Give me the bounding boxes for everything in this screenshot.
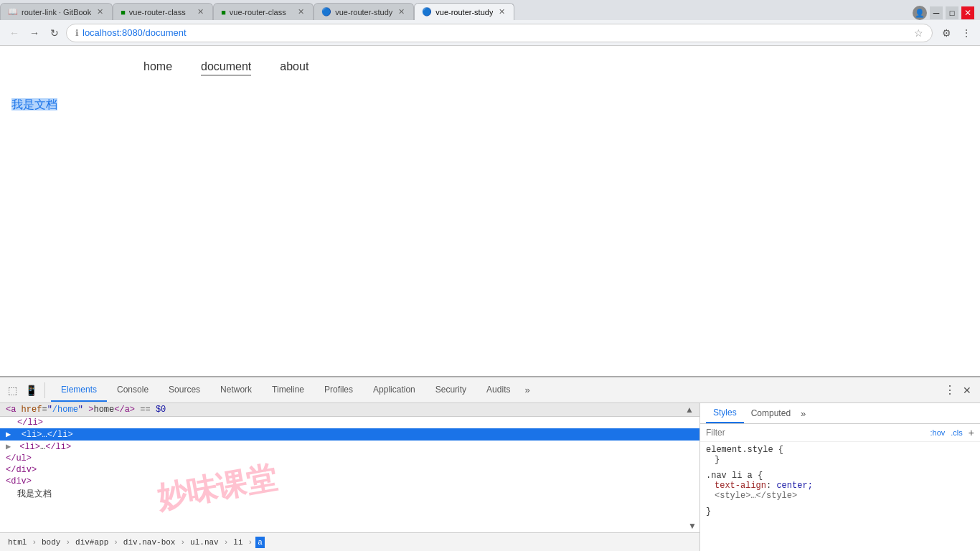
- nav-link-document[interactable]: document: [201, 60, 251, 76]
- devtools-tab-audits[interactable]: Audits: [476, 379, 520, 402]
- styles-content: element.style { } .nav li a { text-align…: [700, 442, 980, 551]
- style-closing-brace-2: }: [706, 507, 974, 517]
- styles-tab-bar: Styles Computed »: [700, 403, 980, 424]
- browser-nav-bar: ← → ↻ ℹ localhost:8080/document ☆ ⚙ ⋮: [0, 20, 980, 46]
- devtools-tab-security[interactable]: Security: [425, 379, 476, 402]
- breadcrumb-html[interactable]: html: [6, 537, 29, 548]
- tab-favicon: 🔵: [422, 7, 432, 17]
- devtools-more-tabs[interactable]: »: [520, 379, 534, 401]
- devtools-tab-console[interactable]: Console: [107, 379, 159, 402]
- close-window-button[interactable]: ✕: [961, 6, 974, 19]
- style-rule-element: element.style { }: [706, 445, 974, 465]
- restore-button[interactable]: □: [946, 6, 958, 19]
- page-navigation: home document about: [0, 46, 980, 90]
- breadcrumb-bar: html › body › div#app › div.nav-box › ul…: [0, 532, 699, 551]
- reload-button[interactable]: ↻: [46, 24, 63, 42]
- breadcrumb-body[interactable]: body: [39, 537, 62, 548]
- style-closing-brace: }: [706, 455, 974, 465]
- elements-scroll-up[interactable]: ▲: [685, 405, 694, 415]
- back-button[interactable]: ←: [6, 24, 23, 42]
- tab-close-btn[interactable]: ✕: [95, 7, 105, 17]
- devtools-close-icon[interactable]: ✕: [958, 382, 976, 399]
- styles-more-tabs[interactable]: »: [798, 404, 809, 423]
- menu-icon[interactable]: ⋮: [958, 25, 974, 41]
- style-selector: element.style {: [706, 445, 974, 455]
- cls-toggle[interactable]: .cls: [951, 428, 963, 437]
- elements-scroll-down[interactable]: ▼: [688, 521, 697, 531]
- minimize-button[interactable]: ─: [930, 6, 943, 19]
- styles-tab-computed[interactable]: Computed: [744, 404, 798, 423]
- elements-tree: </li> ▶ <li>…</li> ▶ <li>…</li> </ul> </…: [0, 417, 699, 532]
- selected-element-text: <a href="/home" >home</a> == $0: [6, 405, 166, 415]
- element-line[interactable]: ▶ <li>…</li>: [0, 441, 699, 453]
- browser-chrome: 📖 router-link · GitBook ✕ ■ vue-router-c…: [0, 0, 980, 46]
- styles-tab-styles[interactable]: Styles: [706, 403, 744, 423]
- element-line[interactable]: </div>: [0, 464, 699, 476]
- extensions-icon[interactable]: ⚙: [938, 25, 954, 41]
- styles-filter-input[interactable]: [706, 428, 925, 438]
- style-source-comment: <style>…</style>: [706, 491, 974, 501]
- breadcrumb-li[interactable]: li: [231, 537, 245, 548]
- style-rule-nav-li-a: .nav li a { text-align: center; <style>……: [706, 471, 974, 501]
- nav-link-about[interactable]: about: [280, 60, 308, 76]
- inspect-element-icon[interactable]: ⬚: [4, 382, 20, 398]
- tab-title: vue-router-class: [129, 8, 192, 17]
- devtools-tab-sources[interactable]: Sources: [159, 379, 210, 402]
- style-selector-nav: .nav li a {: [706, 471, 974, 481]
- tab-vue-router-study-2[interactable]: 🔵 vue-router-study ✕: [414, 3, 514, 20]
- breadcrumb-ul-nav[interactable]: ul.nav: [188, 537, 221, 548]
- breadcrumb-div-app[interactable]: div#app: [73, 537, 110, 548]
- element-line[interactable]: 我是文档: [0, 487, 699, 501]
- security-icon: ℹ: [75, 28, 79, 38]
- tab-vue-router-class-1[interactable]: ■ vue-router-class ✕: [113, 3, 213, 20]
- tab-close-btn[interactable]: ✕: [496, 7, 507, 17]
- devtools-tab-timeline[interactable]: Timeline: [262, 379, 314, 402]
- page-body: 我是文档: [0, 90, 980, 120]
- element-line[interactable]: <div>: [0, 476, 699, 487]
- url-text: localhost:8080/document: [83, 27, 914, 38]
- hov-toggle[interactable]: :hov: [930, 428, 946, 437]
- tab-favicon: ■: [121, 8, 126, 17]
- nav-link-home[interactable]: home: [143, 60, 172, 76]
- tab-vue-router-study-1[interactable]: 🔵 vue-router-study ✕: [314, 3, 414, 20]
- page-document-text: 我是文档: [11, 98, 57, 110]
- bookmark-icon[interactable]: ☆: [914, 27, 923, 39]
- tab-title: vue-router-class: [230, 8, 292, 17]
- style-prop-text-align: text-align: center;: [706, 481, 974, 491]
- browser-menu-icons: ⚙ ⋮: [938, 25, 974, 41]
- devtools-panel: ⬚ 📱 Elements Console Sources Network Tim…: [0, 376, 980, 551]
- breadcrumb-a[interactable]: a: [255, 537, 265, 548]
- tab-close-btn[interactable]: ✕: [195, 7, 205, 17]
- tab-title: vue-router-study: [435, 8, 493, 17]
- tab-vue-router-class-2[interactable]: ■ vue-router-class ✕: [213, 3, 314, 20]
- breadcrumb-div-nav-box[interactable]: div.nav-box: [121, 537, 178, 548]
- devtools-tab-network[interactable]: Network: [210, 379, 262, 402]
- devtools-tab-profiles[interactable]: Profiles: [314, 379, 363, 402]
- tab-title: vue-router-study: [335, 8, 392, 17]
- page-content: home document about 我是文档: [0, 46, 980, 376]
- element-line[interactable]: </li>: [0, 417, 699, 428]
- styles-filter-bar: :hov .cls +: [700, 424, 980, 442]
- address-bar[interactable]: ℹ localhost:8080/document ☆: [66, 24, 933, 42]
- devtools-settings-icon[interactable]: ⋮: [941, 382, 958, 399]
- profile-icon: 👤: [913, 6, 927, 20]
- elements-selected-element: <a href="/home" >home</a> == $0 ▲: [0, 403, 699, 417]
- devtools-tab-elements[interactable]: Elements: [51, 379, 107, 402]
- forward-button[interactable]: →: [26, 24, 43, 42]
- devtools-tab-bar: ⬚ 📱 Elements Console Sources Network Tim…: [0, 377, 980, 403]
- tab-close-btn[interactable]: ✕: [296, 7, 306, 17]
- tab-favicon: ■: [221, 8, 226, 17]
- tab-title: router-link · GitBook: [22, 8, 91, 17]
- elements-panel: <a href="/home" >home</a> == $0 ▲ </li> …: [0, 403, 700, 551]
- devtools-tab-application[interactable]: Application: [363, 379, 425, 402]
- element-line-selected[interactable]: ▶ <li>…</li>: [0, 428, 699, 441]
- tab-close-btn[interactable]: ✕: [396, 7, 406, 17]
- device-toolbar-icon[interactable]: 📱: [23, 382, 39, 398]
- tab-router-link-gitbook[interactable]: 📖 router-link · GitBook ✕: [0, 3, 113, 20]
- tab-bar: 📖 router-link · GitBook ✕ ■ vue-router-c…: [0, 0, 980, 20]
- add-style-rule[interactable]: +: [969, 427, 974, 438]
- styles-panel: Styles Computed » :hov .cls + element.st…: [700, 403, 980, 551]
- element-line[interactable]: </ul>: [0, 453, 699, 464]
- tab-favicon: 📖: [8, 7, 18, 17]
- tab-favicon: 🔵: [321, 7, 331, 17]
